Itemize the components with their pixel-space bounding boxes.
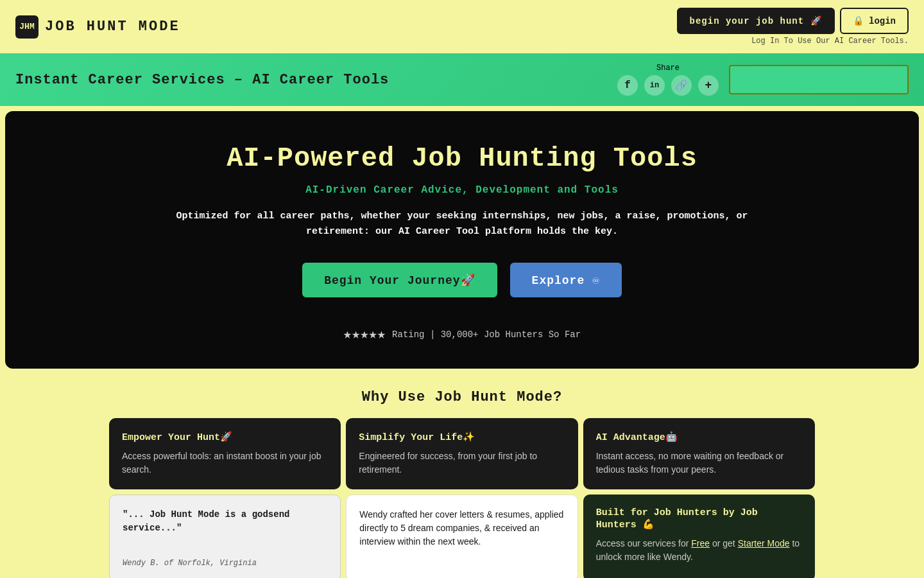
card-simplify: Simplify Your Life✨ Engineered for succe… [346, 418, 578, 489]
card-simplify-body: Engineered for success, from your first … [359, 450, 565, 477]
rating-text: Rating | 30,000+ Job Hunters So Far [392, 329, 581, 340]
logo-badge: JHM [15, 15, 38, 39]
explore-button[interactable]: Explore ♾️ [510, 263, 622, 297]
card-quote-stars: ★★★★★" [123, 539, 327, 555]
header: JHM JOB HUNT MODE begin your job hunt 🚀 … [0, 0, 924, 53]
hero-subtitle: AI-Driven Career Advice, Development and… [31, 184, 893, 196]
link-icon[interactable]: 🔗 [671, 75, 692, 96]
green-banner: Instant Career Services – AI Career Tool… [0, 53, 924, 106]
card-testimonial: "... Job Hunt Mode is a godsend service.… [109, 495, 341, 578]
facebook-icon[interactable]: f [617, 75, 638, 96]
begin-journey-button[interactable]: Begin Your Journey🚀 [302, 263, 497, 297]
banner-title: Instant Career Services – AI Career Tool… [15, 72, 389, 88]
search-input[interactable] [729, 65, 909, 94]
cards-row-2: "... Job Hunt Mode is a godsend service.… [109, 495, 815, 578]
card-quote-text: "... Job Hunt Mode is a godsend service.… [123, 508, 327, 535]
card-story-body: Wendy crafted her cover letters & resume… [359, 508, 564, 548]
cta-body-pre: Access our services for [596, 538, 692, 548]
cards-row-1: Empower Your Hunt🚀 Access powerful tools… [109, 418, 815, 489]
starter-mode-link[interactable]: Starter Mode [738, 538, 790, 548]
header-right: begin your job hunt 🚀 🔒 login Log In To … [677, 8, 909, 46]
card-story: Wendy crafted her cover letters & resume… [346, 495, 578, 578]
header-buttons: begin your job hunt 🚀 🔒 login [677, 8, 909, 34]
header-subtext: Log In To Use Our AI Career Tools. [751, 37, 909, 46]
linkedin-icon[interactable]: in [644, 75, 665, 96]
why-section: Why Use Job Hunt Mode? Empower Your Hunt… [0, 374, 924, 578]
rating-row: ★★★★★ Rating | 30,000+ Job Hunters So Fa… [31, 326, 893, 343]
hero-title: AI-Powered Job Hunting Tools [31, 143, 893, 174]
begin-hunt-button[interactable]: begin your job hunt 🚀 [677, 8, 835, 34]
login-button[interactable]: 🔒 login [840, 8, 909, 34]
why-title: Why Use Job Hunt Mode? [10, 389, 914, 405]
hero-section: AI-Powered Job Hunting Tools AI-Driven C… [5, 111, 919, 369]
card-simplify-title: Simplify Your Life✨ [359, 431, 565, 443]
hero-buttons: Begin Your Journey🚀 Explore ♾️ [31, 263, 893, 297]
free-link[interactable]: Free [691, 538, 710, 548]
card-ai-body: Instant access, no more waiting on feedb… [596, 450, 802, 477]
cta-body-mid: or get [712, 538, 738, 548]
banner-right: Share f in 🔗 + [617, 64, 909, 96]
share-label: Share [656, 64, 680, 73]
card-attribution: Wendy B. of Norfolk, Virginia [123, 559, 327, 568]
card-empower: Empower Your Hunt🚀 Access powerful tools… [109, 418, 341, 489]
brand-name: JOB HUNT MODE [45, 19, 180, 35]
share-section: Share f in 🔗 + [617, 64, 719, 96]
card-cta-body: Access our services for Free or get Star… [596, 537, 802, 564]
card-cta: Built for Job Hunters by Job Hunters 💪 A… [583, 495, 815, 578]
card-ai-title: AI Advantage🤖 [596, 431, 802, 443]
card-ai: AI Advantage🤖 Instant access, no more wa… [583, 418, 815, 489]
card-empower-body: Access powerful tools: an instant boost … [122, 450, 328, 477]
logo-area: JHM JOB HUNT MODE [15, 15, 180, 39]
star-rating: ★★★★★ [343, 326, 386, 343]
more-share-icon[interactable]: + [698, 75, 719, 96]
card-empower-title: Empower Your Hunt🚀 [122, 431, 328, 443]
share-icons: f in 🔗 + [617, 75, 719, 96]
hero-description: Optimized for all career paths, whether … [173, 209, 751, 240]
card-cta-title: Built for Job Hunters by Job Hunters 💪 [596, 507, 802, 530]
